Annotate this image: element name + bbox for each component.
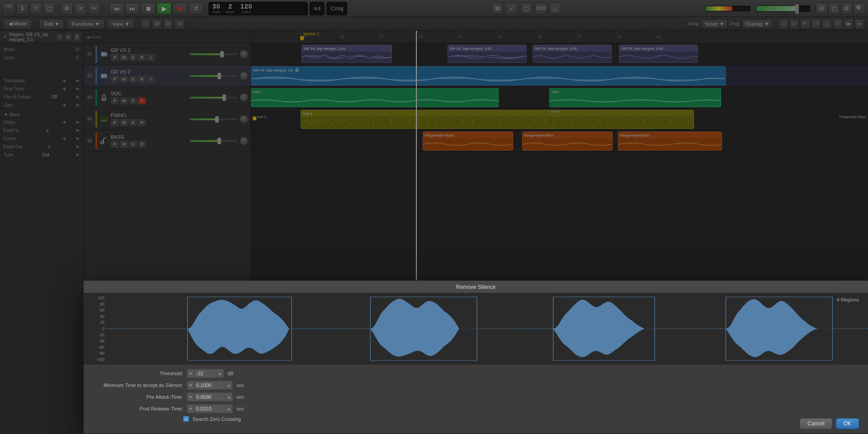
threshold-value: -22 (196, 371, 203, 376)
yaxis-100: 100 (98, 296, 104, 300)
pre-attack-label: Pre Attack-Time: (93, 394, 183, 400)
pre-attack-value: 0.0590 (196, 394, 212, 400)
dialog-waveform-area: 100 80 60 40 20 0 -20 -40 -60 -80 -100 (84, 293, 868, 364)
pre-attack-input[interactable]: 0.0590 (194, 392, 226, 401)
post-release-row: Post Release-Time: ▼ 0.0310 ▲ sec (93, 404, 859, 413)
yaxis-0: 0 (102, 326, 104, 331)
min-time-input[interactable]: 0.1000 (194, 381, 226, 390)
min-time-row: Minimum Time to accept as Silence: ▼ 0.1… (93, 381, 859, 390)
dialog-controls: Threshold: ▼ -22 ▲ dB Minimum Time to ac… (84, 364, 868, 418)
threshold-input-group: ▼ -22 ▲ (187, 369, 224, 378)
threshold-up[interactable]: ▲ (217, 369, 224, 378)
yaxis-n40: -40 (99, 339, 104, 343)
threshold-row: Threshold: ▼ -22 ▲ dB (93, 369, 859, 378)
min-time-up[interactable]: ▲ (226, 381, 233, 390)
min-time-label: Minimum Time to accept as Silence: (93, 382, 183, 388)
regions-count: 4 Regions (836, 297, 859, 302)
min-time-unit: sec (236, 382, 244, 388)
yaxis-20: 20 (100, 320, 104, 325)
min-time-down[interactable]: ▼ (187, 381, 194, 390)
post-release-unit: sec (236, 406, 244, 411)
yaxis-n20: -20 (99, 333, 104, 337)
pre-attack-row: Pre Attack-Time: ▼ 0.0590 ▲ sec (93, 392, 859, 401)
post-release-input[interactable]: 0.0310 (194, 404, 226, 413)
ok-button[interactable]: OK (836, 418, 859, 429)
dialog-footer: Cancel OK (84, 418, 868, 434)
remove-silence-overlay: Remove Silence 100 80 60 40 20 0 -20 -40… (0, 0, 868, 434)
waveform-svg (106, 293, 868, 364)
post-release-label: Post Release-Time: (93, 406, 183, 411)
yaxis-80: 80 (100, 302, 104, 307)
threshold-label: Threshold: (93, 371, 183, 376)
yaxis-60: 60 (100, 308, 104, 312)
waveform-canvas: 4 Regions (106, 293, 868, 364)
dialog-title-text: Remove Silence (456, 284, 495, 290)
pre-attack-up[interactable]: ▲ (226, 392, 233, 401)
post-release-up[interactable]: ▲ (226, 404, 233, 413)
cancel-button[interactable]: Cancel (800, 418, 832, 429)
post-release-value: 0.0310 (196, 406, 212, 411)
pre-attack-input-group: ▼ 0.0590 ▲ (187, 392, 233, 401)
dialog-title: Remove Silence (84, 281, 868, 293)
post-release-down[interactable]: ▼ (187, 404, 194, 413)
min-time-input-group: ▼ 0.1000 ▲ (187, 381, 233, 390)
yaxis-40: 40 (100, 314, 104, 319)
yaxis-n80: -80 (99, 351, 104, 355)
pre-attack-down[interactable]: ▼ (187, 392, 194, 401)
waveform-yaxis: 100 80 60 40 20 0 -20 -40 -60 -80 -100 (84, 293, 106, 364)
remove-silence-dialog: Remove Silence 100 80 60 40 20 0 -20 -40… (84, 280, 868, 434)
threshold-input[interactable]: -22 (194, 369, 217, 378)
min-time-value: 0.1000 (196, 382, 212, 388)
threshold-unit: dB (227, 371, 233, 376)
threshold-down[interactable]: ▼ (187, 369, 194, 378)
yaxis-n100: -100 (96, 357, 104, 362)
post-release-input-group: ▼ 0.0310 ▲ (187, 404, 233, 413)
yaxis-n60: -60 (99, 345, 104, 349)
pre-attack-unit: sec (236, 394, 244, 400)
